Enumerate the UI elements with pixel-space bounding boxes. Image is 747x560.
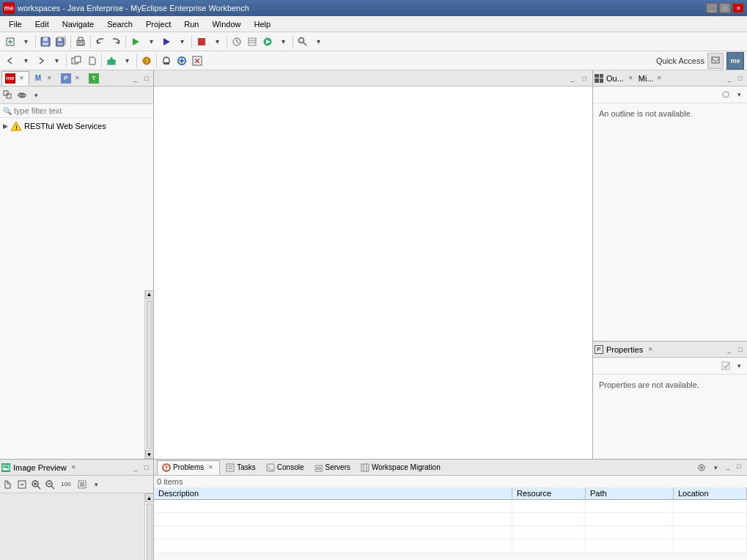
- btn-extra-4[interactable]: ▾: [276, 34, 290, 49]
- undo-button[interactable]: [93, 34, 108, 49]
- tab-m[interactable]: M ✕: [29, 71, 57, 86]
- properties-tab-close[interactable]: ✕: [646, 345, 655, 354]
- problems-tab-close[interactable]: ✕: [206, 463, 215, 472]
- link-editor-btn[interactable]: [15, 89, 29, 102]
- menu-edit[interactable]: Edit: [29, 18, 55, 30]
- minimize-outline[interactable]: _: [724, 73, 735, 84]
- back-button[interactable]: [3, 54, 18, 68]
- save-all-button[interactable]: [54, 34, 68, 49]
- quick-access-open-button[interactable]: [707, 53, 724, 69]
- btn-extra-2[interactable]: [245, 34, 260, 49]
- minimap-tab[interactable]: Mi... ✕: [639, 74, 664, 83]
- new-button[interactable]: [3, 34, 18, 49]
- image-preview-close[interactable]: ✕: [70, 463, 78, 472]
- menu-run[interactable]: Run: [178, 18, 205, 30]
- ip-scroll-v[interactable]: ▲ ▼: [144, 493, 153, 560]
- tab-problems-label: Problems: [173, 463, 204, 471]
- btn-r6[interactable]: [159, 54, 174, 68]
- problems-settings-btn[interactable]: [695, 461, 708, 474]
- save-button[interactable]: [38, 34, 53, 49]
- ip-scroll-up[interactable]: ▲: [145, 493, 154, 502]
- view-menu-btn[interactable]: ▾: [29, 89, 43, 102]
- tab-problems[interactable]: Problems ✕: [157, 460, 220, 475]
- tree-item-restful[interactable]: ▶ ! RESTful Web Services: [1, 119, 152, 133]
- minimap-tab-close[interactable]: ✕: [655, 74, 664, 83]
- forward-dropdown[interactable]: ▾: [49, 54, 64, 68]
- me-perspective-button[interactable]: me: [726, 52, 744, 70]
- properties-menu-btn[interactable]: ▾: [732, 359, 746, 372]
- minimize-image-preview[interactable]: _: [130, 463, 141, 473]
- tab-p[interactable]: P ✕: [57, 71, 85, 86]
- btn-r3[interactable]: [104, 54, 119, 68]
- tab-me[interactable]: me ✕: [1, 71, 29, 86]
- btn-extra-5[interactable]: [295, 34, 310, 49]
- print-button[interactable]: [73, 34, 88, 49]
- p-tab-icon: P: [61, 73, 71, 84]
- scroll-up-arrow[interactable]: ▲: [145, 290, 154, 299]
- run-dropdown[interactable]: ▾: [144, 34, 158, 49]
- maximize-center[interactable]: □: [579, 73, 589, 84]
- debug-button[interactable]: [159, 34, 174, 49]
- debug-dropdown[interactable]: ▾: [174, 34, 189, 49]
- tab-t[interactable]: T: [85, 71, 103, 86]
- menu-project[interactable]: Project: [140, 18, 177, 30]
- p-tab-close[interactable]: ✕: [73, 74, 81, 83]
- ip-100-btn[interactable]: 100: [57, 478, 75, 491]
- btn-r7[interactable]: [174, 54, 189, 68]
- ip-btn-2[interactable]: [15, 478, 29, 491]
- menu-file[interactable]: File: [3, 18, 28, 30]
- minimize-button[interactable]: _: [706, 3, 718, 13]
- ip-fit-btn[interactable]: [76, 478, 89, 491]
- maximize-image-preview[interactable]: □: [141, 463, 152, 473]
- minimize-center[interactable]: _: [567, 73, 578, 84]
- menu-window[interactable]: Window: [206, 18, 246, 30]
- ip-btn-1[interactable]: [1, 478, 15, 491]
- filter-input[interactable]: [14, 106, 150, 115]
- maximize-panel-left[interactable]: □: [141, 73, 152, 84]
- maximize-properties[interactable]: □: [735, 345, 746, 355]
- ip-zoom-in[interactable]: [29, 478, 43, 491]
- ip-zoom-out[interactable]: [43, 478, 56, 491]
- tab-servers[interactable]: Servers: [310, 460, 355, 475]
- scroll-down-arrow[interactable]: ▼: [145, 450, 154, 459]
- outline-sync-btn[interactable]: [719, 88, 732, 101]
- forward-button[interactable]: [34, 54, 48, 68]
- tab-console[interactable]: Console: [262, 460, 309, 475]
- redo-button[interactable]: [108, 34, 123, 49]
- stop-dropdown[interactable]: ▾: [210, 34, 224, 49]
- table-row: [154, 526, 747, 539]
- maximize-button[interactable]: □: [719, 3, 731, 13]
- btn-extra-1[interactable]: [229, 34, 244, 49]
- btn-r4[interactable]: ▾: [119, 54, 134, 68]
- minimize-panel-left[interactable]: _: [130, 73, 141, 84]
- menu-help[interactable]: Help: [249, 18, 277, 30]
- btn-extra-3[interactable]: [260, 34, 275, 49]
- btn-r2[interactable]: [84, 54, 99, 68]
- maximize-problems[interactable]: □: [734, 461, 744, 471]
- tab-workspace-migration[interactable]: Workspace Migration: [356, 460, 445, 475]
- collapse-all-btn[interactable]: [1, 89, 15, 102]
- close-button[interactable]: ✕: [732, 3, 744, 13]
- minimize-problems[interactable]: _: [723, 461, 733, 471]
- run-button[interactable]: [128, 34, 143, 49]
- minimize-properties[interactable]: _: [724, 345, 735, 355]
- stop-button[interactable]: [194, 34, 209, 49]
- back-dropdown[interactable]: ▾: [18, 54, 33, 68]
- ip-menu-btn[interactable]: ▾: [89, 478, 103, 491]
- problems-menu-btn[interactable]: ▾: [709, 461, 722, 474]
- btn-r5[interactable]: ?: [139, 54, 154, 68]
- search-dropdown[interactable]: ▾: [311, 34, 325, 49]
- outline-menu-btn[interactable]: ▾: [732, 88, 746, 101]
- new-dropdown[interactable]: ▾: [18, 34, 33, 49]
- btn-r1[interactable]: [69, 54, 84, 68]
- menu-navigate[interactable]: Navigate: [56, 18, 100, 30]
- outline-tab-close[interactable]: ✕: [627, 74, 636, 83]
- tab-tasks[interactable]: Tasks: [221, 460, 260, 475]
- properties-open-btn[interactable]: [719, 359, 732, 372]
- m-tab-close[interactable]: ✕: [45, 74, 54, 83]
- btn-r8[interactable]: [190, 54, 205, 68]
- left-scroll-v[interactable]: ▲ ▼: [144, 290, 153, 460]
- me-tab-close[interactable]: ✕: [17, 74, 26, 83]
- menu-search[interactable]: Search: [101, 18, 139, 30]
- maximize-outline[interactable]: □: [735, 73, 746, 84]
